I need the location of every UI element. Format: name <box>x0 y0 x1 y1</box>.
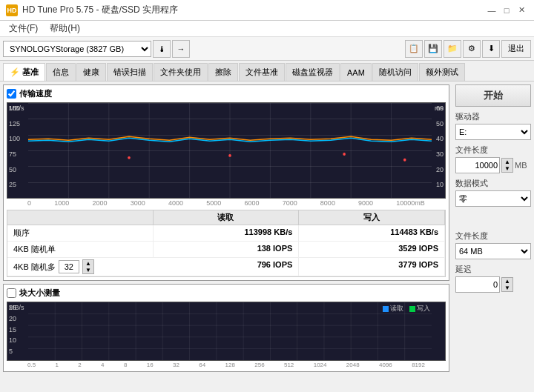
tab-error-label: 错误扫描 <box>113 67 146 78</box>
block-checkbox[interactable] <box>7 288 16 298</box>
chart-svg <box>28 103 432 198</box>
block-x-labels: 0.5 1 2 4 8 16 32 64 128 256 512 1024 20… <box>7 362 446 368</box>
delay-stepper: ▲ ▼ <box>501 277 513 292</box>
delay-input-row: ▲ ▼ <box>455 276 531 293</box>
left-panel: 传输速度 MB/s ms 150 125 100 75 50 25 <box>0 82 452 392</box>
drive-select[interactable]: E: <box>455 124 531 140</box>
data-mode-select[interactable]: 零 <box>455 190 531 207</box>
data-mode-field: 数据模式 零 <box>455 178 531 207</box>
minimize-button[interactable]: — <box>485 4 498 17</box>
tab-monitor-label: 磁盘监视器 <box>292 67 333 78</box>
menu-file[interactable]: 文件(F) <box>3 21 44 36</box>
tab-health[interactable]: 健康 <box>76 63 106 81</box>
block-header: 块大小测量 <box>7 288 446 299</box>
start-button[interactable]: 开始 <box>455 84 531 107</box>
stepper-up[interactable]: ▲ <box>83 260 93 267</box>
close-button[interactable]: ✕ <box>515 4 528 17</box>
y-axis-right: 60 50 40 30 20 10 <box>432 103 445 198</box>
tab-aam-label: AAM <box>347 68 365 77</box>
tab-filebench[interactable]: 文件基准 <box>239 63 285 81</box>
tab-random[interactable]: 随机访问 <box>372 63 418 81</box>
length-stepper-down[interactable]: ▼ <box>502 165 512 172</box>
length-input[interactable] <box>455 157 500 173</box>
transfer-title: 传输速度 <box>19 88 52 99</box>
block-section: 块大小测量 MB/s 读取 写入 <box>3 284 449 372</box>
length-stepper-up[interactable]: ▲ <box>502 159 512 165</box>
x-axis-labels: 0 1000 2000 3000 4000 5000 6000 7000 800… <box>7 199 446 207</box>
exit-button[interactable]: 退出 <box>501 40 531 58</box>
header-read: 读取 <box>154 210 300 225</box>
block-y-axis: 25 20 15 10 5 <box>7 302 28 360</box>
delay-input[interactable] <box>455 276 500 293</box>
row1-label: 顺序 <box>7 225 154 241</box>
delay-field: 延迟 ▲ ▼ <box>455 264 531 293</box>
tab-error[interactable]: 错误扫描 <box>107 63 153 81</box>
table-row: 4KB 随机单 138 IOPS 3529 IOPS <box>7 242 445 258</box>
delay-stepper-up[interactable]: ▲ <box>502 278 512 285</box>
tab-monitor[interactable]: 磁盘监视器 <box>286 63 340 81</box>
drive-label: 驱动器 <box>455 111 531 122</box>
title-bar: HD HD Tune Pro 5.75 - 硬盘/SSD 实用程序 — □ ✕ <box>0 0 534 21</box>
window-title: HD Tune Pro 5.75 - 硬盘/SSD 实用程序 <box>22 4 178 16</box>
tab-fileuse-label: 文件夹使用 <box>160 67 201 78</box>
stepper-down[interactable]: ▼ <box>83 267 93 273</box>
tab-basic[interactable]: ⚡ 基准 <box>3 63 45 81</box>
title-bar-left: HD HD Tune Pro 5.75 - 硬盘/SSD 实用程序 <box>6 4 178 16</box>
length-stepper: ▲ ▼ <box>501 158 513 173</box>
toolbar: SYNOLOGYStorage (3827 GB) 🌡 → 📋 💾 📁 ⚙ ⬇ … <box>0 37 534 61</box>
row2-read: 138 IOPS <box>154 242 300 257</box>
toolbar-btn-2[interactable]: 💾 <box>424 40 442 58</box>
tab-bar: ⚡ 基准 信息 健康 错误扫描 文件夹使用 擦除 文件基准 磁盘监视器 AAM … <box>0 61 534 82</box>
row1-read: 113998 KB/s <box>154 225 300 241</box>
chart-area <box>28 103 432 198</box>
block-chart-svg <box>28 302 432 360</box>
queue-depth-input[interactable] <box>59 260 79 273</box>
delay-label: 延迟 <box>455 264 531 275</box>
tab-info[interactable]: 信息 <box>46 63 76 81</box>
data-mode-label: 数据模式 <box>455 178 531 189</box>
stats-table: 读取 写入 顺序 113998 KB/s 114483 KB/s 4KB 随机单… <box>7 210 446 277</box>
maximize-button[interactable]: □ <box>500 4 513 17</box>
tab-extra-label: 额外测试 <box>426 67 458 78</box>
tab-basic-icon: ⚡ <box>10 67 20 77</box>
length-input-row: ▲ ▼ MB <box>455 157 531 173</box>
row1-write: 114483 KB/s <box>299 225 445 241</box>
queue-stepper: ▲ ▼ <box>82 259 94 274</box>
svg-point-10 <box>228 154 231 157</box>
toolbar-btn-1[interactable]: 📋 <box>405 40 423 58</box>
toolbar-btn-3[interactable]: 📁 <box>444 40 461 58</box>
block-length-field: 文件长度 64 MB <box>455 230 531 259</box>
toolbar-btn-5[interactable]: ⬇ <box>482 40 500 58</box>
row2-write: 3529 IOPS <box>299 242 445 257</box>
tab-random-label: 随机访问 <box>379 67 412 78</box>
row3-label-cell: 4KB 随机多 ▲ ▼ <box>7 258 154 276</box>
transfer-header: 传输速度 <box>7 88 446 99</box>
tab-info-label: 信息 <box>53 67 69 78</box>
toolbar-btn-4[interactable]: ⚙ <box>463 40 481 58</box>
tab-extra[interactable]: 额外测试 <box>419 63 465 81</box>
tab-basic-label: 基准 <box>22 67 39 78</box>
transfer-checkbox[interactable] <box>7 89 16 99</box>
tab-filebench-label: 文件基准 <box>245 67 278 78</box>
tab-fileuse[interactable]: 文件夹使用 <box>154 63 208 81</box>
device-select[interactable]: SYNOLOGYStorage (3827 GB) <box>3 41 151 57</box>
tab-erase[interactable]: 擦除 <box>208 63 238 81</box>
svg-point-11 <box>343 153 346 156</box>
speed-chart: MB/s ms 150 125 100 75 50 25 60 <box>7 102 446 199</box>
length-unit: MB <box>515 161 527 170</box>
table-row: 顺序 113998 KB/s 114483 KB/s <box>7 225 445 242</box>
row2-label: 4KB 随机单 <box>7 242 154 257</box>
arrow-button[interactable]: → <box>172 40 190 58</box>
tab-health-label: 健康 <box>83 67 99 78</box>
app-icon: HD <box>6 4 18 16</box>
temp-button[interactable]: 🌡 <box>153 40 171 58</box>
menu-help[interactable]: 帮助(H) <box>44 21 86 36</box>
drive-field: 驱动器 E: <box>455 111 531 140</box>
tab-aam[interactable]: AAM <box>340 63 372 81</box>
length-field: 文件长度 ▲ ▼ MB <box>455 144 531 173</box>
block-length-select[interactable]: 64 MB <box>455 243 531 259</box>
stats-header: 读取 写入 <box>7 210 445 225</box>
delay-stepper-down[interactable]: ▼ <box>502 285 512 291</box>
row3-label: 4KB 随机多 <box>13 262 56 273</box>
table-row: 4KB 随机多 ▲ ▼ 796 IOPS 3779 IOPS <box>7 258 445 276</box>
